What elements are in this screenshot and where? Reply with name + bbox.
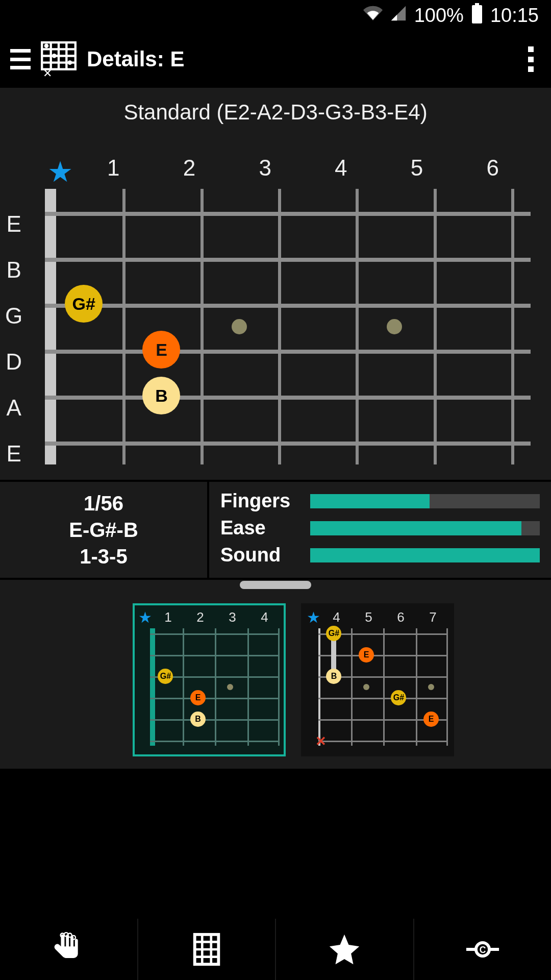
metric-ease: Ease [220,517,540,539]
chord-notes: E-G#-B [0,517,207,543]
note-b: B [190,712,206,727]
string-labels: E B G D A E [5,214,22,464]
svg-point-16 [72,936,76,940]
voicing-position: 1/56 [0,490,207,517]
note-g-sharp: G# [391,690,406,705]
svg-rect-1 [475,3,479,5]
note-e: E [423,712,439,727]
fretboard-grid: G# E B [45,189,531,464]
note-b[interactable]: B [142,377,180,414]
sound-bar [310,548,540,562]
inlay-dot [387,319,402,334]
nut [45,189,56,464]
tuning-label: Standard (E2-A2-D3-G3-B3-E4) [0,88,551,125]
voicing-thumbnail[interactable]: ★ 1 2 3 4 G# E B [133,603,286,756]
battery-icon [471,3,483,28]
star-icon: ★ [138,608,152,626]
chord-intervals: 1-3-5 [0,543,207,570]
note-e: E [190,690,206,705]
svg-point-9 [44,43,49,48]
svg-point-10 [52,54,57,58]
tab-favorite[interactable] [276,919,414,980]
bottom-tab-bar: C [0,917,551,980]
drag-handle-row [0,580,551,595]
app-logo-icon: ✕ [41,41,77,77]
mute-icon: ✕ [315,733,327,749]
note-e[interactable]: E [142,331,180,369]
fret-number: 6 [455,155,531,189]
page-title: Details: E [87,47,184,71]
note-g-sharp[interactable]: G# [65,285,103,323]
svg-point-11 [68,60,72,65]
fret-number: 5 [379,155,455,189]
app-bar: ✕ Details: E [0,31,551,88]
fret-number: 3 [227,155,303,189]
clock: 10:15 [490,5,539,27]
fret-number: 4 [303,155,379,189]
cell-signal-icon [390,5,407,27]
overflow-menu-icon[interactable] [520,46,541,72]
fret-number: 2 [152,155,228,189]
battery-percent: 100% [414,5,464,27]
metric-fingers: Fingers [220,490,540,512]
svg-rect-0 [472,5,482,23]
svg-text:C: C [479,945,486,955]
star-icon: ★ [306,608,320,626]
note-g-sharp: G# [158,669,173,684]
svg-text:✕: ✕ [43,67,52,77]
note-b: B [326,669,341,684]
wifi-icon [363,4,383,28]
voicing-carousel[interactable]: ★ 1 2 3 4 G# E B [0,595,551,769]
tab-grid[interactable] [138,919,277,980]
status-bar: 100% 10:15 [0,0,551,31]
inlay-dot [232,319,247,334]
voicing-thumbnail[interactable]: ★ 4 5 6 7 G# [301,603,454,756]
star-icon: ★ [45,159,76,185]
main-fretboard[interactable]: ★ 1 2 3 4 5 6 E B G D A E [0,125,551,480]
note-e: E [359,647,374,663]
fret-number: 1 [76,155,152,189]
tab-hand[interactable] [0,919,138,980]
menu-icon[interactable] [10,49,31,69]
metric-sound: Sound [220,544,540,566]
note-g-sharp: G# [326,626,341,641]
ease-bar [310,521,521,535]
fingers-bar [310,494,430,508]
tab-capo[interactable]: C [414,919,552,980]
drag-handle[interactable] [240,581,311,589]
chord-info: 1/56 E-G#-B 1-3-5 Fingers Ease Sound [0,480,551,580]
